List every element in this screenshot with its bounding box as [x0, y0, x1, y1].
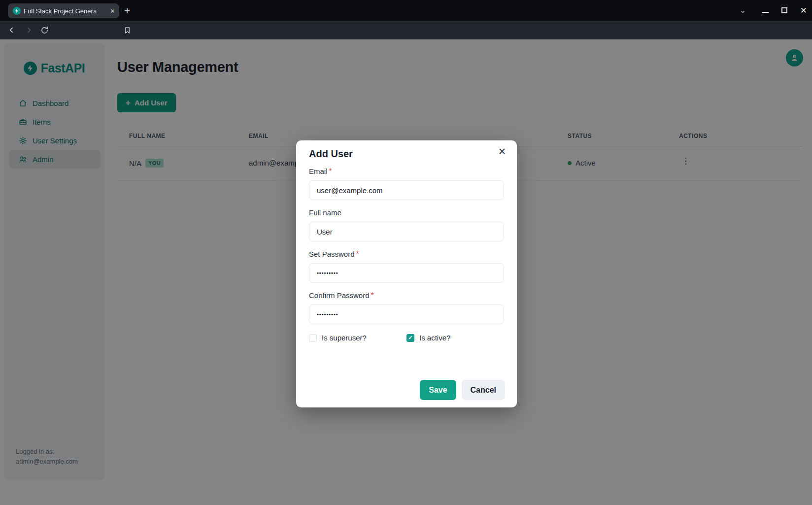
modal-actions: Save Cancel	[420, 380, 505, 400]
window-close-button[interactable]: ✕	[800, 6, 807, 15]
is-active-label: Is active?	[419, 334, 450, 342]
required-mark: *	[371, 291, 374, 300]
required-mark: *	[329, 167, 332, 175]
checkbox-row: Is superuser? ✓ Is active?	[309, 334, 504, 342]
set-password-field-group: Set Password*	[309, 250, 504, 283]
confirm-password-label: Confirm Password	[309, 291, 370, 300]
email-field-group: Email*	[309, 167, 504, 200]
save-button[interactable]: Save	[420, 380, 456, 400]
modal-close-icon[interactable]: ✕	[498, 147, 506, 156]
fastapi-favicon-icon	[13, 7, 21, 15]
tab-search-chevron-icon[interactable]: ⌄	[740, 6, 746, 15]
set-password-label: Set Password	[309, 250, 355, 258]
tab-close-icon[interactable]: ✕	[110, 8, 115, 14]
set-password-field[interactable]	[309, 263, 504, 283]
bookmark-icon[interactable]	[122, 25, 132, 35]
is-superuser-checkbox[interactable]: Is superuser?	[309, 334, 406, 342]
modal-title: Add User	[309, 148, 353, 160]
window-controls: ⌄ ✕	[740, 4, 807, 17]
new-tab-button[interactable]: +	[124, 4, 130, 17]
confirm-password-field-group: Confirm Password*	[309, 291, 504, 324]
forward-button[interactable]	[24, 25, 34, 35]
tab-title: Full Stack Project Genera	[24, 7, 107, 15]
minimize-button[interactable]	[762, 8, 769, 13]
full-name-field-group: Full name	[309, 208, 504, 241]
checkbox-unchecked-icon	[309, 334, 317, 342]
full-name-field[interactable]	[309, 222, 504, 241]
browser-tab[interactable]: Full Stack Project Genera ✕	[8, 3, 119, 18]
back-button[interactable]	[7, 25, 17, 35]
tab-bar: Full Stack Project Genera ✕ + ⌄ ✕	[0, 0, 812, 21]
reload-button[interactable]	[39, 25, 49, 35]
add-user-modal: Add User ✕ Email* Full name Set Password…	[296, 140, 517, 407]
confirm-password-field[interactable]	[309, 304, 504, 324]
email-field[interactable]	[309, 180, 504, 200]
cancel-button[interactable]: Cancel	[462, 380, 505, 400]
checkbox-checked-icon: ✓	[406, 334, 414, 342]
is-superuser-label: Is superuser?	[322, 334, 367, 342]
browser-toolbar: localhost/admin ▼ 1	[0, 21, 812, 39]
full-name-label: Full name	[309, 208, 341, 217]
email-label: Email	[309, 167, 328, 175]
is-active-checkbox[interactable]: ✓ Is active?	[406, 334, 504, 342]
required-mark: *	[356, 250, 359, 258]
page-viewport: FastAPI Dashboard Items User Settings	[0, 39, 812, 505]
maximize-button[interactable]	[781, 7, 787, 13]
